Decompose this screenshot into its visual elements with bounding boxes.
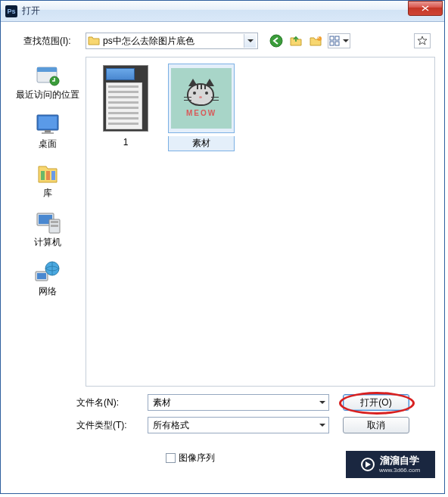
filetype-label: 文件类型(T): <box>76 419 148 432</box>
sidebar-item-label: 网络 <box>39 285 57 298</box>
filename-input[interactable]: 素材 <box>148 394 329 411</box>
image-sequence-checkbox[interactable] <box>166 453 176 463</box>
sidebar-item-label: 最近访问的位置 <box>16 89 79 101</box>
sidebar-item-desktop[interactable]: 桌面 <box>10 107 86 157</box>
file-thumbnail: MEOW <box>168 64 235 133</box>
back-icon <box>269 34 283 48</box>
sidebar-item-label: 桌面 <box>39 138 57 151</box>
sidebar-item-computer[interactable]: 计算机 <box>10 206 86 255</box>
photoshop-icon: Ps <box>5 5 17 17</box>
svg-rect-19 <box>51 221 58 223</box>
folder-dropdown[interactable]: ps中怎么去除图片底色 <box>86 33 258 49</box>
svg-point-0 <box>270 35 282 47</box>
libraries-icon <box>34 161 61 185</box>
file-thumbnail <box>92 64 159 133</box>
sidebar-item-recent[interactable]: 最近访问的位置 <box>10 58 86 107</box>
chevron-down-icon <box>319 401 325 404</box>
up-button[interactable] <box>288 33 303 48</box>
chevron-down-icon <box>247 39 254 42</box>
favorite-button[interactable] <box>414 33 431 48</box>
filename-label: 文件名(N): <box>76 396 148 409</box>
play-icon <box>361 458 375 471</box>
svg-rect-3 <box>335 36 339 40</box>
svg-rect-13 <box>41 171 45 180</box>
places-sidebar: 最近访问的位置 桌面 <box>10 57 86 387</box>
watermark-sub: www.3d66.com <box>379 467 420 474</box>
sidebar-item-network[interactable]: 网络 <box>10 255 86 304</box>
view-menu-icon <box>329 36 341 46</box>
cancel-button[interactable]: 取消 <box>343 417 409 433</box>
svg-rect-20 <box>51 225 58 227</box>
sidebar-item-libraries[interactable]: 库 <box>10 157 86 206</box>
folder-icon <box>88 36 100 46</box>
nav-toolbar <box>269 33 350 48</box>
open-dialog-window: Ps 打开 查找范围(I): ps中怎么去除图片底色 <box>0 0 445 494</box>
filename-dropdown-arrow[interactable] <box>316 395 328 410</box>
dialog-content: 查找范围(I): ps中怎么去除图片底色 <box>1 22 444 472</box>
sidebar-item-label: 计算机 <box>34 236 61 249</box>
filetype-value: 所有格式 <box>148 419 316 432</box>
filename-row: 文件名(N): 素材 打开(O) <box>76 394 435 411</box>
network-icon <box>34 259 61 284</box>
computer-icon <box>34 210 61 235</box>
file-item-selected[interactable]: MEOW 素材 <box>168 64 235 151</box>
meow-text: MEOW <box>186 109 216 117</box>
titlebar: Ps 打开 <box>1 1 444 22</box>
svg-rect-14 <box>46 171 50 180</box>
svg-rect-12 <box>42 132 54 134</box>
svg-rect-22 <box>37 273 46 279</box>
lookup-row: 查找范围(I): ps中怎么去除图片底色 <box>23 33 435 49</box>
file-list-area[interactable]: 1 <box>86 57 435 387</box>
window-title: 打开 <box>22 5 408 17</box>
chevron-down-icon <box>343 39 349 42</box>
folder-name: ps中怎么去除图片底色 <box>103 35 244 48</box>
chevron-down-icon <box>319 424 325 427</box>
cancel-button-label: 取消 <box>367 419 385 432</box>
open-button-label: 打开(O) <box>360 396 391 409</box>
recent-places-icon <box>34 63 61 87</box>
new-folder-button[interactable] <box>308 33 323 48</box>
svg-rect-4 <box>330 42 334 45</box>
image-sequence-label: 图像序列 <box>179 452 215 464</box>
open-button[interactable]: 打开(O) <box>343 394 409 411</box>
svg-rect-11 <box>45 130 51 132</box>
svg-rect-7 <box>37 67 57 72</box>
back-button[interactable] <box>269 33 284 48</box>
filetype-dropdown[interactable]: 所有格式 <box>148 417 329 433</box>
file-name: 1 <box>117 136 135 148</box>
filetype-row: 文件类型(T): 所有格式 取消 <box>76 417 435 433</box>
svg-rect-2 <box>330 36 334 40</box>
svg-rect-5 <box>335 42 339 45</box>
star-icon <box>417 36 428 46</box>
sidebar-item-label: 库 <box>43 187 52 200</box>
watermark-main: 溜溜自学 <box>380 455 419 467</box>
watermark: 溜溜自学 www.3d66.com <box>346 451 435 478</box>
filetype-dropdown-arrow[interactable] <box>316 418 328 433</box>
view-menu-button[interactable] <box>328 33 350 48</box>
main-area: 最近访问的位置 桌面 <box>10 57 435 387</box>
file-item[interactable]: 1 <box>92 64 159 148</box>
up-folder-icon <box>289 35 303 47</box>
svg-rect-15 <box>51 171 55 180</box>
new-folder-icon <box>309 35 322 47</box>
lookup-label: 查找范围(I): <box>23 35 86 48</box>
svg-rect-10 <box>39 116 57 129</box>
desktop-icon <box>34 112 61 136</box>
close-icon <box>422 5 429 11</box>
file-name: 素材 <box>168 136 235 151</box>
dropdown-arrow[interactable] <box>244 34 256 48</box>
close-button[interactable] <box>408 1 443 16</box>
filename-value: 素材 <box>148 396 316 409</box>
